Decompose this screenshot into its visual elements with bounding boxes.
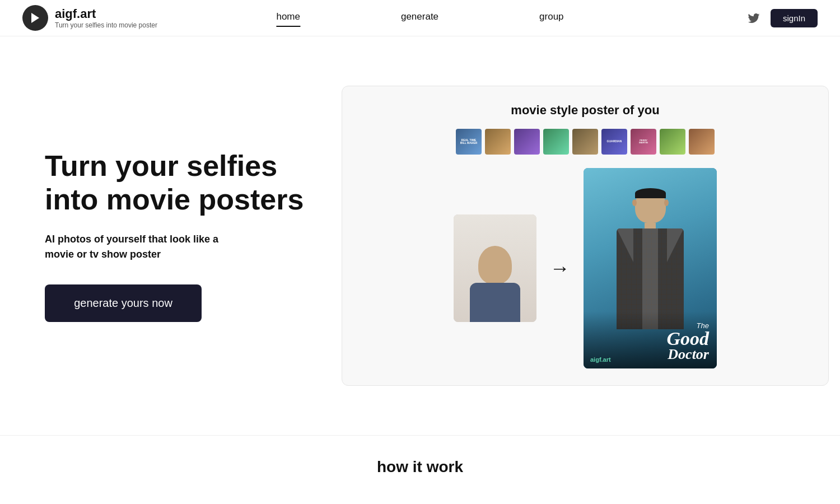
thumbnail-9[interactable] <box>689 129 715 155</box>
demo-title: movie style poster of you <box>511 103 659 118</box>
demo-panel: movie style poster of you REAL TIMEBILL … <box>342 86 829 386</box>
hero-subtitle: AI photos of yourself that look like amo… <box>45 232 308 262</box>
main-nav: home generate group <box>276 11 563 25</box>
poster-doctor: Doctor <box>668 346 709 362</box>
svg-marker-0 <box>31 13 39 23</box>
thumbnail-6[interactable]: GUARDIAN <box>601 129 627 155</box>
logo-text: aigf.art Turn your selfies into movie po… <box>55 7 157 29</box>
selfie-image <box>454 214 536 322</box>
header-right: signIn <box>746 9 818 27</box>
how-title: how it work <box>45 458 795 476</box>
nav-home[interactable]: home <box>276 11 300 25</box>
logo-subtitle: Turn your selfies into movie poster <box>55 21 157 29</box>
logo-title: aigf.art <box>55 7 157 21</box>
play-icon <box>29 11 42 25</box>
poster-thumbnails: REAL TIMEBILL MAHER GUARDIAN PERRYMARTIN <box>456 129 715 155</box>
twitter-icon[interactable] <box>746 10 762 26</box>
demo-transform: → <box>359 168 811 368</box>
nav-group[interactable]: group <box>539 11 563 25</box>
thumbnail-2[interactable] <box>485 129 511 155</box>
nav-generate[interactable]: generate <box>401 11 438 25</box>
signin-button[interactable]: signIn <box>771 9 818 27</box>
logo-icon <box>22 5 48 31</box>
hero-title: Turn your selfies into movie posters <box>45 150 308 217</box>
transform-arrow: → <box>550 256 570 280</box>
thumbnail-3[interactable] <box>514 129 540 155</box>
thumbnail-8[interactable] <box>660 129 685 155</box>
thumbnail-7[interactable]: PERRYMARTIN <box>631 129 656 155</box>
thumbnail-1[interactable]: REAL TIMEBILL MAHER <box>456 129 482 155</box>
logo-area: aigf.art Turn your selfies into movie po… <box>22 5 157 31</box>
how-section: how it work 1 2 3 <box>0 435 840 504</box>
generate-button[interactable]: generate yours now <box>45 284 202 322</box>
generated-poster: The Good Doctor aigf.art <box>584 168 717 368</box>
thumbnail-4[interactable] <box>543 129 569 155</box>
thumbnail-5[interactable] <box>572 129 598 155</box>
main-section: Turn your selfies into movie posters AI … <box>0 36 840 435</box>
left-panel: Turn your selfies into movie posters AI … <box>0 36 342 435</box>
poster-watermark: aigf.art <box>590 356 611 363</box>
header: aigf.art Turn your selfies into movie po… <box>0 0 840 36</box>
